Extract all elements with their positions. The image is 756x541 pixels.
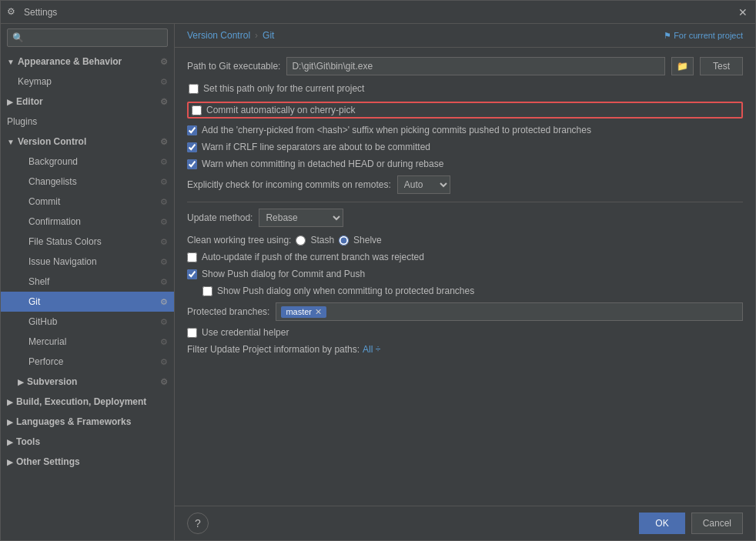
breadcrumb-parent[interactable]: Version Control <box>187 30 250 41</box>
tag-close-icon[interactable]: ✕ <box>315 307 322 317</box>
expand-arrow-tools-icon <box>7 438 13 446</box>
incoming-commits-select[interactable]: Auto Always Never <box>397 175 450 194</box>
shelve-radio[interactable] <box>339 235 349 245</box>
show-push-protected-checkbox[interactable] <box>202 286 212 296</box>
sidebar-item-mercurial[interactable]: Mercurial ⚙ <box>1 332 174 352</box>
breadcrumb: Version Control › Git ⚑ For current proj… <box>175 24 755 48</box>
config-icon: ⚙ <box>160 57 168 67</box>
show-push-label: Show Push dialog for Commit and Push <box>202 269 365 279</box>
update-method-select[interactable]: Rebase Merge Branch Default <box>259 209 343 227</box>
config-icon-svn: ⚙ <box>160 377 168 387</box>
breadcrumb-project-link[interactable]: ⚑ For current project <box>664 31 743 41</box>
credential-checkbox[interactable] <box>187 328 197 338</box>
sidebar-label-appearance: Appearance & Behavior <box>18 56 122 67</box>
title-bar: ⚙ Settings ✕ <box>1 1 755 24</box>
expand-arrow-lang-icon <box>7 418 13 426</box>
show-push-protected-label: Show Push dialog only when committing to… <box>217 286 474 296</box>
window-title: Settings <box>24 7 737 18</box>
config-icon-conf: ⚙ <box>160 217 168 227</box>
expand-arrow-icon <box>7 58 15 66</box>
cherry-suffix-row: Add the 'cherry-picked from <hash>' suff… <box>187 125 743 135</box>
sidebar-label-languages: Languages & Frameworks <box>16 416 131 427</box>
config-icon-fsc: ⚙ <box>160 237 168 247</box>
sidebar-item-other[interactable]: Other Settings <box>1 452 174 472</box>
path-input[interactable] <box>286 57 665 75</box>
sidebar-label-version-control: Version Control <box>18 136 86 147</box>
auto-update-label: Auto-update if push of the current branc… <box>202 252 424 262</box>
config-icon-perforce: ⚙ <box>160 357 168 367</box>
sidebar-item-tools[interactable]: Tools <box>1 432 174 452</box>
sidebar-item-perforce[interactable]: Perforce ⚙ <box>1 352 174 372</box>
warn-crlf-row: Warn if CRLF line separators are about t… <box>187 142 743 152</box>
warn-detached-label: Warn when committing in detached HEAD or… <box>202 159 443 169</box>
cancel-button[interactable]: Cancel <box>691 513 743 534</box>
sidebar-label-perforce: Perforce <box>28 356 63 367</box>
search-input[interactable] <box>27 32 162 43</box>
tag-label: master <box>286 307 312 316</box>
ok-button[interactable]: OK <box>639 513 684 534</box>
sidebar-item-shelf[interactable]: Shelf ⚙ <box>1 272 174 292</box>
sidebar-label-editor: Editor <box>16 96 43 107</box>
master-tag: master ✕ <box>281 306 326 318</box>
search-box[interactable]: 🔍 <box>7 28 168 47</box>
show-push-checkbox[interactable] <box>187 269 197 279</box>
sidebar-label-mercurial: Mercurial <box>28 336 66 347</box>
config-icon-vc: ⚙ <box>160 137 168 147</box>
sidebar-item-commit[interactable]: Commit ⚙ <box>1 192 174 212</box>
config-icon-editor: ⚙ <box>160 97 168 107</box>
sidebar-item-confirmation[interactable]: Confirmation ⚙ <box>1 212 174 232</box>
help-button[interactable]: ? <box>187 513 209 534</box>
config-icon-github: ⚙ <box>160 317 168 327</box>
browse-button[interactable]: 📁 <box>671 57 694 75</box>
sidebar-item-plugins[interactable]: Plugins <box>1 112 174 132</box>
sidebar-item-git[interactable]: Git ⚙ <box>1 292 174 312</box>
config-icon-cl: ⚙ <box>160 177 168 187</box>
sidebar-label-git: Git <box>28 296 40 307</box>
sidebar-item-version-control[interactable]: Version Control ⚙ <box>1 132 174 152</box>
panel-content: Path to Git executable: 📁 Test Set this … <box>175 48 755 506</box>
sidebar-item-file-status[interactable]: File Status Colors ⚙ <box>1 232 174 252</box>
sidebar-item-appearance[interactable]: Appearance & Behavior ⚙ <box>1 52 174 72</box>
warn-crlf-checkbox[interactable] <box>187 142 197 152</box>
test-button[interactable]: Test <box>700 57 743 75</box>
sidebar-item-editor[interactable]: Editor ⚙ <box>1 92 174 112</box>
sidebar-label-other: Other Settings <box>16 456 80 467</box>
show-push-row: Show Push dialog for Commit and Push <box>187 269 743 279</box>
sidebar-label-commit: Commit <box>28 196 60 207</box>
path-row: Path to Git executable: 📁 Test <box>187 57 743 75</box>
sidebar-item-subversion[interactable]: Subversion ⚙ <box>1 372 174 392</box>
incoming-commits-row: Explicitly check for incoming commits on… <box>187 175 743 194</box>
expand-arrow-build-icon <box>7 398 13 406</box>
config-icon-keymap: ⚙ <box>160 77 168 87</box>
expand-arrow-vc-icon <box>7 138 15 146</box>
sidebar-item-changelists[interactable]: Changelists ⚙ <box>1 172 174 192</box>
sidebar-item-github[interactable]: GitHub ⚙ <box>1 312 174 332</box>
stash-radio[interactable] <box>296 235 306 245</box>
search-icon: 🔍 <box>12 32 24 43</box>
divider-1 <box>187 202 743 202</box>
cherry-suffix-label: Add the 'cherry-picked from <hash>' suff… <box>202 125 591 135</box>
path-only-checkbox[interactable] <box>189 84 199 94</box>
sidebar-item-issue-navigation[interactable]: Issue Navigation ⚙ <box>1 252 174 272</box>
sidebar-item-keymap[interactable]: Keymap ⚙ <box>1 72 174 92</box>
cherry-pick-checkbox[interactable] <box>192 105 202 115</box>
path-only-row: Set this path only for the current proje… <box>187 83 743 94</box>
sidebar-item-build[interactable]: Build, Execution, Deployment <box>1 392 174 412</box>
credential-label: Use credential helper <box>202 327 289 338</box>
config-icon-bg: ⚙ <box>160 157 168 167</box>
sidebar-item-background[interactable]: Background ⚙ <box>1 152 174 172</box>
sidebar-label-github: GitHub <box>28 316 57 327</box>
filter-label: Filter Update Project information by pat… <box>187 344 360 355</box>
protected-branches-input[interactable]: master ✕ <box>276 302 743 321</box>
config-icon-shelf: ⚙ <box>160 277 168 287</box>
auto-update-row: Auto-update if push of the current branc… <box>187 252 743 262</box>
auto-update-checkbox[interactable] <box>187 252 197 262</box>
close-button[interactable]: ✕ <box>737 6 749 18</box>
warn-detached-checkbox[interactable] <box>187 159 197 169</box>
window-controls: ✕ <box>737 6 749 18</box>
cherry-suffix-checkbox[interactable] <box>187 125 197 135</box>
window-icon: ⚙ <box>7 6 19 18</box>
incoming-commits-label: Explicitly check for incoming commits on… <box>187 179 391 190</box>
filter-value[interactable]: All ÷ <box>363 344 380 355</box>
sidebar-item-languages[interactable]: Languages & Frameworks <box>1 412 174 432</box>
